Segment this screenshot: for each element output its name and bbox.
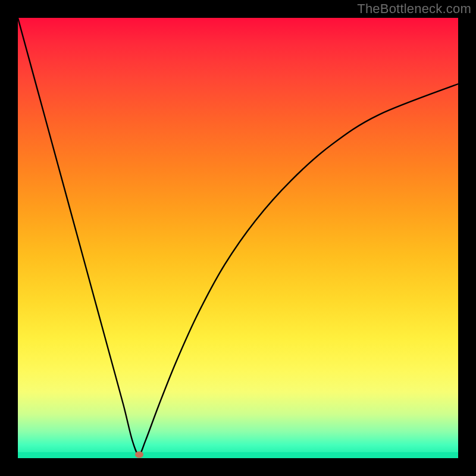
bottleneck-curve <box>18 18 458 455</box>
chart-frame: TheBottleneck.com <box>0 0 476 476</box>
plot-area <box>18 18 458 458</box>
minimum-marker <box>135 452 143 458</box>
watermark-text: TheBottleneck.com <box>357 1 471 17</box>
curve-layer <box>18 18 458 458</box>
